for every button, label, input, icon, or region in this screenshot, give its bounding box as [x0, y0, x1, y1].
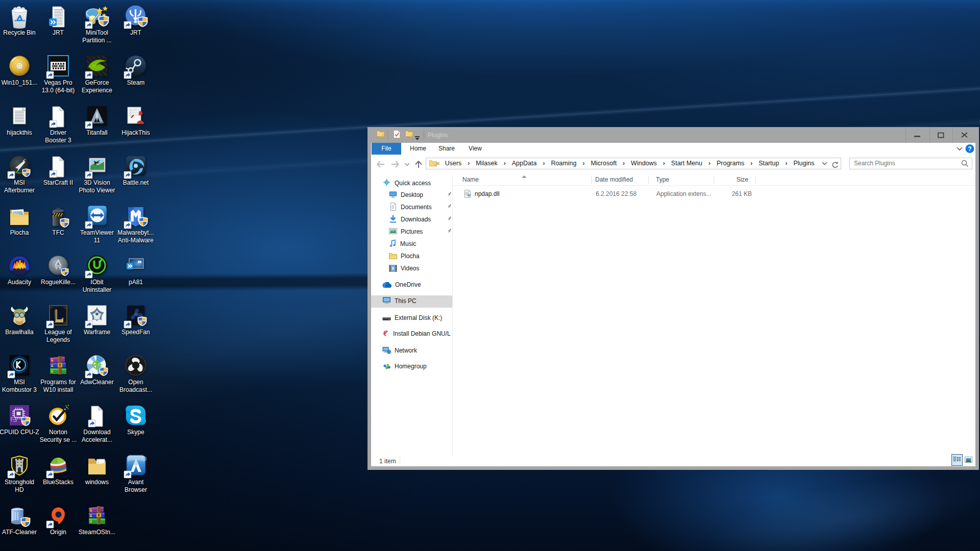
svg-text:?: ?	[968, 145, 971, 153]
